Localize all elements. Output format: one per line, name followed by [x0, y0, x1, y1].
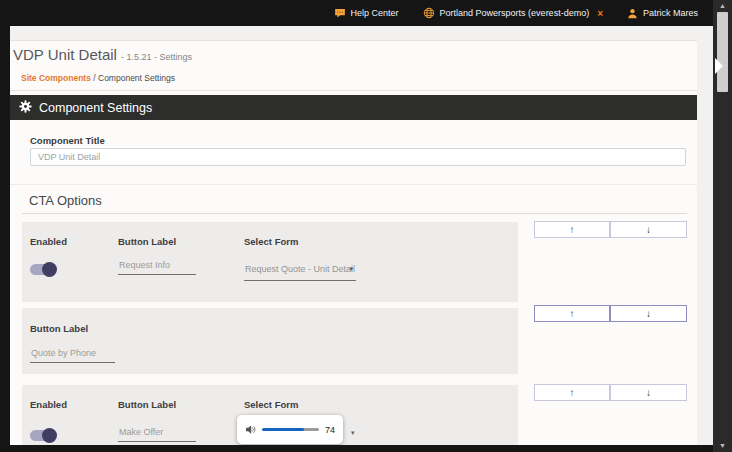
enabled-label: Enabled	[30, 236, 67, 247]
component-settings-title: Component Settings	[39, 101, 152, 115]
user-menu[interactable]: Patrick Mares	[627, 8, 698, 19]
scrollbar-thumb[interactable]	[717, 12, 728, 92]
select-form-dropdown[interactable]: Request Quote - Unit Detail ▾	[244, 264, 356, 281]
enabled-toggle[interactable]	[30, 264, 56, 275]
speaker-icon	[245, 421, 256, 439]
button-label-input[interactable]	[30, 348, 115, 363]
gear-icon	[19, 100, 32, 116]
globe-icon	[423, 7, 435, 19]
component-settings-header: Component Settings	[10, 95, 697, 120]
help-center-label: Help Center	[351, 8, 399, 18]
breadcrumb: Site Components / Component Settings	[21, 73, 175, 83]
help-center-icon	[334, 7, 346, 19]
page-version: - 1.5.21 - Settings	[121, 52, 192, 62]
section-divider	[10, 184, 697, 185]
cta-row-request-info: Enabled Button Label Select Form Request…	[22, 222, 518, 302]
volume-popup: 74	[237, 415, 343, 444]
cta-options-title: CTA Options	[29, 193, 102, 208]
chevron-down-icon: ▾	[349, 265, 353, 273]
component-title-label: Component Title	[30, 135, 105, 146]
move-down-button-2[interactable]: ↓	[610, 305, 687, 322]
move-up-button-2[interactable]: ↑	[534, 305, 610, 322]
scroll-down-arrow-icon[interactable]: ▼	[713, 442, 732, 449]
button-label-label: Button Label	[118, 236, 176, 247]
move-down-button-3[interactable]: ↓	[610, 384, 687, 401]
help-center-button[interactable]: Help Center	[334, 7, 399, 19]
button-label-input[interactable]	[118, 427, 196, 442]
left-frame-strip	[0, 0, 10, 452]
top-bar: Help Center Portland Powersports (everes…	[0, 0, 732, 26]
scroll-up-arrow-icon[interactable]: ▲	[713, 2, 732, 9]
button-label-input[interactable]	[118, 260, 196, 275]
toggle-knob	[42, 262, 57, 277]
breadcrumb-link-site-components[interactable]: Site Components	[21, 73, 91, 83]
dealer-label: Portland Powersports (everest-demo)	[440, 8, 590, 18]
scroll-position-notch	[715, 58, 723, 74]
select-form-value: Request Quote - Unit Detail	[245, 264, 355, 274]
volume-value: 74	[325, 425, 335, 435]
button-label-label: Button Label	[118, 399, 176, 410]
user-icon	[627, 8, 638, 19]
dealer-close-icon[interactable]: ×	[597, 8, 603, 19]
chevron-down-icon: ▾	[351, 429, 355, 437]
toggle-knob	[42, 428, 57, 443]
button-label-label: Button Label	[30, 323, 88, 334]
breadcrumb-current: Component Settings	[98, 73, 175, 83]
move-up-button-1[interactable]: ↑	[534, 221, 610, 238]
dealer-menu[interactable]: Portland Powersports (everest-demo) ×	[423, 7, 603, 19]
breadcrumb-separator: /	[91, 73, 98, 83]
move-up-button-3[interactable]: ↑	[534, 384, 610, 401]
enabled-toggle[interactable]	[30, 430, 56, 441]
bottom-frame-strip	[0, 445, 732, 452]
select-form-label: Select Form	[244, 399, 298, 410]
scrollbar-track[interactable]: ▲ ▼	[713, 0, 732, 452]
app-window: Help Center Portland Powersports (everes…	[0, 0, 732, 452]
header-divider	[10, 90, 697, 91]
page-title: VDP Unit Detail- 1.5.21 - Settings	[13, 46, 192, 63]
cta-options-divider	[22, 213, 687, 214]
select-form-label: Select Form	[244, 236, 298, 247]
cta-row-quote-by-phone: Button Label	[22, 308, 518, 374]
user-label: Patrick Mares	[643, 8, 698, 18]
volume-slider[interactable]	[262, 428, 319, 431]
component-title-input[interactable]	[30, 148, 686, 166]
volume-slider-fill	[262, 428, 304, 431]
move-down-button-1[interactable]: ↓	[610, 221, 687, 238]
enabled-label: Enabled	[30, 399, 67, 410]
